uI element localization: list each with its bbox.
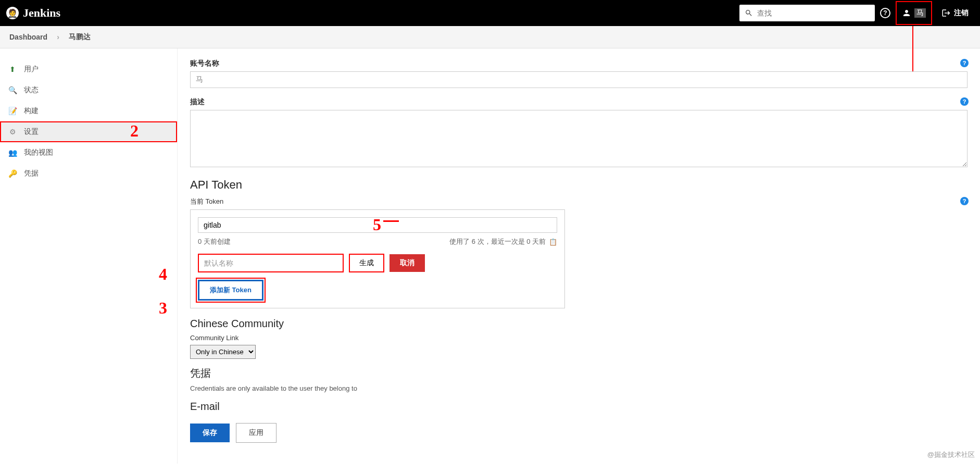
main-content: 账号名称 ? 描述 ? API Token 当前 Token ? 0 天前创建 …	[177, 48, 980, 464]
email-heading: E-mail	[190, 401, 968, 413]
sidebar-item-label: 凭据	[24, 169, 39, 178]
breadcrumb-dashboard[interactable]: Dashboard	[9, 33, 47, 41]
token-usage-text: 使用了 6 次，最近一次是 0 天前	[449, 237, 546, 246]
user-name: 马	[914, 8, 926, 18]
help-button[interactable]: ?	[880, 8, 890, 18]
breadcrumb: Dashboard › 马鹏达	[0, 26, 980, 48]
existing-token-name-input[interactable]	[198, 217, 557, 233]
search-box[interactable]	[739, 5, 875, 21]
user-icon	[902, 8, 911, 18]
user-up-icon: ⬆	[7, 64, 18, 74]
add-new-token-button[interactable]: 添加新 Token	[198, 280, 263, 301]
sidebar-item-configure[interactable]: ⚙ 设置	[0, 121, 177, 142]
logout-icon	[941, 8, 951, 18]
save-button[interactable]: 保存	[190, 424, 230, 442]
help-icon[interactable]: ?	[960, 197, 969, 205]
user-menu[interactable]: 马	[896, 1, 932, 25]
cancel-token-button[interactable]: 取消	[390, 254, 425, 272]
token-meta: 0 天前创建 使用了 6 次，最近一次是 0 天前 📋	[198, 237, 557, 246]
watermark: @掘金技术社区	[927, 450, 975, 459]
sidebar-item-label: 用户	[24, 65, 39, 74]
community-link-label: Community Link	[190, 334, 968, 342]
help-icon: ?	[880, 8, 890, 18]
account-name-input[interactable]	[190, 71, 968, 88]
magnifier-icon: 🔍	[7, 85, 18, 95]
breadcrumb-separator-icon: ›	[57, 33, 59, 41]
current-token-label: 当前 Token	[190, 197, 968, 206]
top-header: 🤵 Jenkins ? 马 注销	[0, 0, 980, 26]
credentials-description: Credentials are only available to the us…	[190, 384, 968, 392]
sidebar-item-label: 我的视图	[24, 148, 53, 157]
logout-label: 注销	[954, 8, 969, 18]
breadcrumb-user[interactable]: 马鹏达	[69, 32, 91, 42]
sidebar-item-label: 状态	[24, 85, 39, 95]
jenkins-logo-icon: 🤵	[6, 7, 19, 19]
help-icon[interactable]: ?	[960, 59, 969, 67]
sidebar-item-builds[interactable]: 📝 构建	[0, 101, 177, 121]
sidebar-item-user[interactable]: ⬆ 用户	[0, 59, 177, 80]
people-icon: 👥	[7, 147, 18, 158]
sidebar-item-label: 设置	[24, 127, 39, 136]
sidebar-item-label: 构建	[24, 106, 39, 116]
sidebar-item-status[interactable]: 🔍 状态	[0, 80, 177, 101]
generate-token-button[interactable]: 生成	[349, 254, 384, 272]
description-textarea[interactable]	[190, 110, 968, 167]
apply-button[interactable]: 应用	[236, 423, 277, 443]
account-name-label: 账号名称	[190, 59, 968, 68]
credentials-heading: 凭据	[190, 366, 968, 380]
notepad-icon: 📝	[7, 106, 18, 116]
token-container: 0 天前创建 使用了 6 次，最近一次是 0 天前 📋 生成 取消 添加新 To…	[190, 209, 565, 308]
logout-button[interactable]: 注销	[936, 8, 974, 18]
logo-text: Jenkins	[23, 6, 60, 20]
help-icon[interactable]: ?	[960, 97, 969, 106]
new-token-name-input[interactable]	[198, 254, 344, 272]
search-input[interactable]	[757, 9, 870, 17]
chinese-community-heading: Chinese Community	[190, 318, 968, 330]
api-token-heading: API Token	[190, 178, 968, 192]
sidebar-item-myviews[interactable]: 👥 我的视图	[0, 142, 177, 163]
key-icon: 🔑	[7, 168, 18, 179]
description-label: 描述	[190, 97, 968, 107]
sidebar-item-credentials[interactable]: 🔑 凭据	[0, 163, 177, 184]
revoke-token-icon[interactable]: 📋	[549, 238, 557, 246]
gear-icon: ⚙	[7, 127, 18, 137]
search-icon	[745, 9, 753, 17]
token-created-text: 0 天前创建	[198, 237, 231, 246]
community-link-select[interactable]: Only in Chinese	[190, 345, 256, 359]
sidebar: ⬆ 用户 🔍 状态 📝 构建 ⚙ 设置 👥 我的视图 🔑 凭据 2	[0, 48, 177, 464]
logo[interactable]: 🤵 Jenkins	[6, 6, 60, 20]
